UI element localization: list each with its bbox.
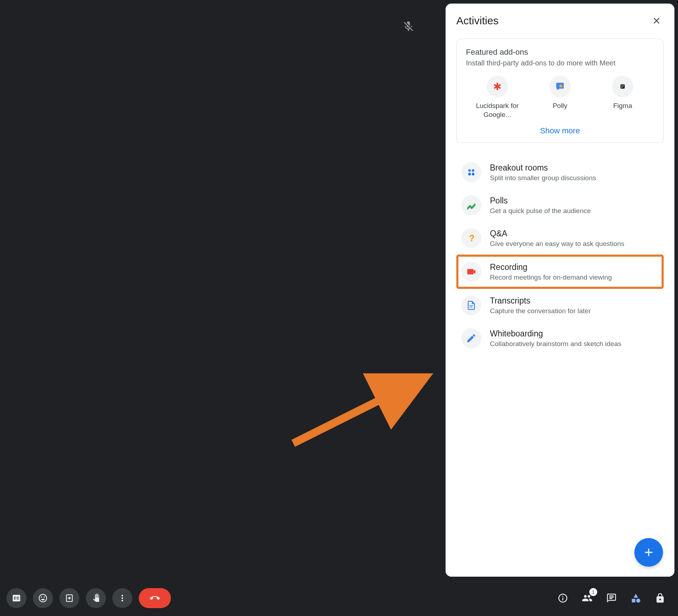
breakout-icon [461, 162, 481, 182]
activity-text: Recording Record meetings for on-demand … [490, 262, 612, 281]
activity-title: Polls [490, 196, 591, 206]
activity-text: Polls Get a quick pulse of the audience [490, 196, 591, 215]
participant-badge: 1 [589, 588, 597, 596]
featured-title: Featured add-ons [466, 48, 654, 57]
addon-lucidspark[interactable]: ✱ Lucidspark for Google... [467, 76, 528, 119]
figma-icon [612, 76, 633, 97]
activity-recording[interactable]: Recording Record meetings for on-demand … [456, 255, 664, 289]
bar-left [6, 588, 171, 608]
activity-qa[interactable]: ? Q&A Give everyone an easy way to ask q… [456, 222, 664, 255]
activity-transcripts[interactable]: Transcripts Capture the conversation for… [456, 289, 664, 322]
activity-text: Whiteboarding Collaboratively brainstorm… [490, 329, 622, 348]
mic-muted-icon [400, 18, 417, 35]
activity-desc: Split into smaller group discussions [490, 174, 596, 182]
activity-desc: Give everyone an easy way to ask questio… [490, 240, 624, 248]
svg-point-6 [468, 173, 471, 176]
featured-subtitle: Install third-party add-ons to do more w… [466, 59, 654, 67]
bottom-bar: 1 [0, 580, 678, 616]
more-options-button[interactable] [112, 588, 132, 608]
activity-title: Breakout rooms [490, 163, 596, 173]
present-button[interactable] [59, 588, 79, 608]
activity-whiteboard[interactable]: Whiteboarding Collaboratively brainstorm… [456, 322, 664, 355]
activity-desc: Capture the conversation for later [490, 307, 591, 315]
host-controls-button[interactable] [652, 590, 668, 606]
close-button[interactable] [649, 14, 664, 28]
svg-point-7 [472, 173, 475, 176]
lucidspark-icon: ✱ [487, 76, 508, 97]
reactions-button[interactable] [33, 588, 53, 608]
activity-title: Recording [490, 262, 612, 272]
qa-icon: ? [461, 228, 481, 248]
end-call-button[interactable] [139, 588, 171, 608]
activity-desc: Record meetings for on-demand viewing [490, 273, 612, 281]
addon-label: Figma [613, 102, 632, 110]
panel-header: Activities [456, 14, 664, 28]
activity-desc: Get a quick pulse of the audience [490, 207, 591, 215]
activities-button[interactable] [628, 590, 644, 606]
captions-button[interactable] [6, 588, 26, 608]
activity-text: Q&A Give everyone an easy way to ask que… [490, 229, 624, 248]
svg-point-4 [468, 169, 471, 172]
addon-label: Lucidspark for Google... [467, 102, 528, 119]
info-button[interactable] [555, 590, 571, 606]
activity-text: Transcripts Capture the conversation for… [490, 296, 591, 315]
panel-title: Activities [456, 15, 498, 27]
addon-label: Polly [552, 102, 567, 110]
activity-title: Transcripts [490, 296, 591, 306]
addons-row: ✱ Lucidspark for Google... Polly Figma [466, 76, 654, 119]
activity-text: Breakout rooms Split into smaller group … [490, 163, 596, 182]
svg-rect-10 [470, 307, 472, 307]
bar-right: 1 [555, 590, 672, 606]
svg-rect-9 [470, 305, 473, 306]
people-button[interactable]: 1 [579, 590, 595, 606]
polly-icon [549, 76, 571, 97]
activity-desc: Collaboratively brainstorm and sketch id… [490, 340, 622, 348]
addon-figma[interactable]: Figma [592, 76, 653, 119]
polls-icon [461, 195, 481, 215]
svg-point-5 [472, 169, 475, 172]
recording-icon [461, 262, 481, 282]
svg-text:?: ? [469, 233, 475, 243]
raise-hand-button[interactable] [86, 588, 106, 608]
activity-title: Q&A [490, 229, 624, 238]
featured-addons-card: Featured add-ons Install third-party add… [456, 39, 664, 143]
activity-list: Breakout rooms Split into smaller group … [456, 156, 664, 355]
activity-breakout[interactable]: Breakout rooms Split into smaller group … [456, 156, 664, 189]
activities-panel: Activities Featured add-ons Install thir… [446, 4, 674, 577]
activity-title: Whiteboarding [490, 329, 622, 339]
whiteboard-icon [461, 328, 481, 348]
add-fab[interactable] [634, 538, 663, 567]
activity-polls[interactable]: Polls Get a quick pulse of the audience [456, 189, 664, 222]
show-more-link[interactable]: Show more [466, 126, 654, 135]
addon-polly[interactable]: Polly [530, 76, 590, 119]
svg-rect-0 [620, 84, 625, 89]
svg-point-1 [621, 85, 623, 87]
transcripts-icon [461, 295, 481, 315]
chat-button[interactable] [604, 590, 619, 606]
svg-point-2 [623, 85, 624, 87]
svg-point-3 [621, 87, 623, 88]
